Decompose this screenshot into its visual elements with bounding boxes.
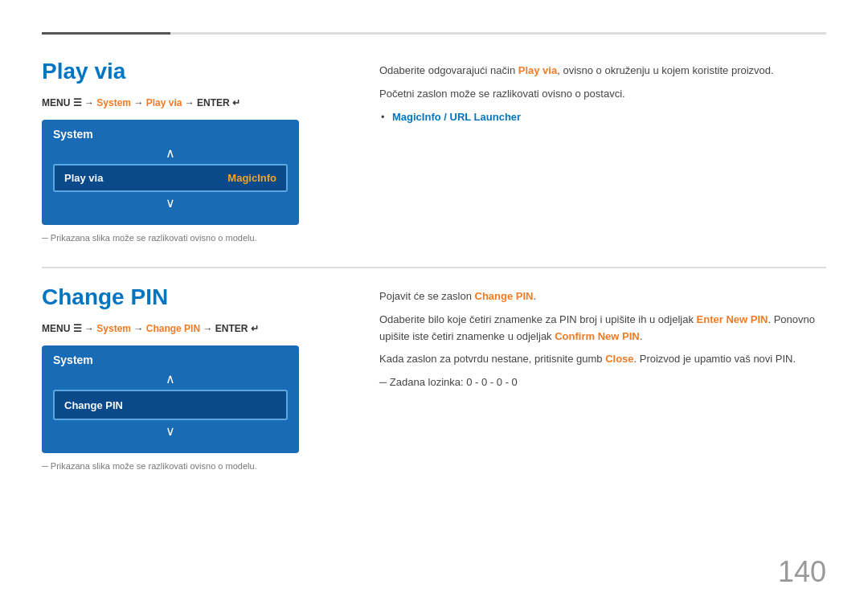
mockup-arrow-down2: ∨: [53, 423, 288, 439]
mockup-system-title: System: [53, 128, 288, 141]
desc1-before: Odaberite odgovarajući način: [379, 64, 518, 76]
mockup-item-value: MagicInfo: [227, 172, 276, 184]
change-pin-section: Change PIN MENU ☰ → System → Change PIN …: [42, 284, 826, 471]
cp-confirm-new-pin: Confirm New PIN: [555, 330, 639, 342]
play-via-bullet-list: MagicInfo / URL Launcher: [379, 109, 826, 126]
cp-desc3-before: Kada zaslon za potvrdu nestane, pritisni…: [379, 353, 605, 365]
section-separator: [42, 267, 826, 268]
desc1-after: , ovisno o okruženju u kojem koristite p…: [557, 64, 774, 76]
menu-label2: MENU: [42, 323, 73, 334]
mockup-arrow-up2: ∧: [53, 371, 288, 386]
mockup-item-label: Play via: [64, 172, 103, 184]
change-pin-menu-path: MENU ☰ → System → Change PIN → ENTER ↵: [42, 323, 347, 334]
desc1-highlight: Play via: [518, 64, 557, 76]
mockup-arrow-down: ∨: [53, 195, 288, 210]
change-pin-right: Pojavit će se zaslon Change PIN. Odaberi…: [379, 284, 826, 471]
mockup-change-pin-item: Change PIN: [53, 390, 288, 420]
mockup-arrow-up: ∧: [53, 145, 288, 161]
play-via-link: Play via: [146, 97, 182, 108]
cp-desc1-highlight: Change PIN: [475, 290, 534, 302]
page-number: 140: [778, 555, 826, 589]
play-via-note: Prikazana slika može se razlikovati ovis…: [42, 233, 347, 243]
cp-desc1-before: Pojavit će se zaslon: [379, 290, 475, 302]
play-via-menu-path: MENU ☰ → System → Play via → ENTER ↵: [42, 97, 347, 108]
play-via-left: Play via MENU ☰ → System → Play via → EN…: [42, 59, 347, 243]
menu-icon: ☰: [73, 97, 82, 108]
cp-desc2-end: .: [640, 330, 643, 342]
play-via-title: Play via: [42, 59, 347, 84]
change-pin-mockup: System ∧ Change PIN ∨: [42, 345, 299, 453]
enter-icon: ↵: [232, 97, 240, 108]
page-container: Play via MENU ☰ → System → Play via → EN…: [0, 0, 868, 613]
play-via-right: Odaberite odgovarajući način Play via, o…: [379, 59, 826, 243]
cp-desc4-text: Zadana lozinka: 0 - 0 - 0 - 0: [390, 376, 518, 388]
change-pin-left: Change PIN MENU ☰ → System → Change PIN …: [42, 284, 347, 471]
menu-label: MENU: [42, 97, 73, 108]
change-pin-desc1: Pojavit će se zaslon Change PIN.: [379, 288, 826, 305]
system-link: System: [96, 97, 131, 108]
cp-desc2-before: Odaberite bilo koje četiri znamenke za P…: [379, 313, 697, 325]
change-pin-link: Change PIN: [146, 323, 200, 334]
enter-icon2: ↵: [251, 323, 259, 334]
change-pin-desc2: Odaberite bilo koje četiri znamenke za P…: [379, 312, 826, 345]
mockup-change-pin-label: Change PIN: [64, 399, 123, 411]
menu-icon2: ☰: [73, 323, 82, 334]
change-pin-note: Prikazana slika može se razlikovati ovis…: [42, 461, 347, 471]
divider-dark: [42, 32, 170, 35]
mockup-system-title2: System: [53, 353, 288, 366]
play-via-desc2: Početni zaslon može se razlikovati ovisn…: [379, 86, 826, 103]
cp-desc4-dash: ─: [379, 376, 390, 388]
bullet-item: MagicInfo / URL Launcher: [392, 109, 826, 126]
mockup-play-via-item: Play via MagicInfo: [53, 164, 288, 192]
change-pin-title: Change PIN: [42, 284, 347, 310]
cp-close-highlight: Close: [605, 353, 633, 365]
top-dividers: [42, 32, 826, 35]
change-pin-desc3: Kada zaslon za potvrdu nestane, pritisni…: [379, 351, 826, 368]
cp-enter-new-pin: Enter New PIN: [697, 313, 768, 325]
play-via-section: Play via MENU ☰ → System → Play via → EN…: [42, 59, 826, 243]
cp-desc1-end: .: [533, 290, 536, 302]
bullet-item-text: MagicInfo / URL Launcher: [392, 111, 521, 123]
play-via-desc1: Odaberite odgovarajući način Play via, o…: [379, 63, 826, 80]
play-via-mockup: System ∧ Play via MagicInfo ∨: [42, 120, 299, 225]
system-link2: System: [96, 323, 131, 334]
cp-desc3-end: . Proizvod je upamtio vaš novi PIN.: [634, 353, 796, 365]
divider-light: [170, 32, 826, 35]
change-pin-desc4: ─ Zadana lozinka: 0 - 0 - 0 - 0: [379, 374, 826, 391]
